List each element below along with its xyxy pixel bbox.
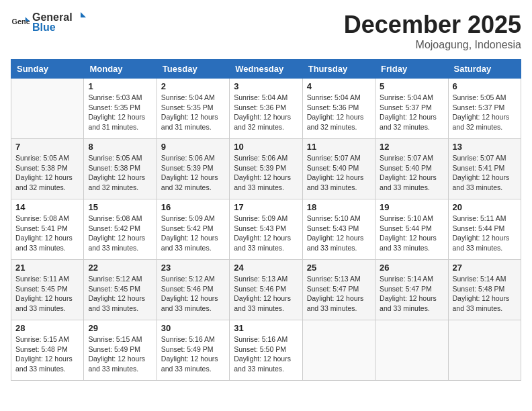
calendar-cell: 6Sunrise: 5:05 AM Sunset: 5:37 PM Daylig… bbox=[448, 79, 521, 139]
day-number: 28 bbox=[15, 323, 79, 333]
day-number: 16 bbox=[161, 202, 225, 212]
calendar-week-row: 28Sunrise: 5:15 AM Sunset: 5:48 PM Dayli… bbox=[11, 320, 521, 381]
page-header: General General Blue December 2025 Mojoa… bbox=[11, 11, 521, 51]
calendar-cell bbox=[448, 320, 521, 381]
day-number: 31 bbox=[234, 323, 298, 333]
calendar-cell: 8Sunrise: 5:05 AM Sunset: 5:38 PM Daylig… bbox=[84, 139, 157, 199]
logo: General General Blue bbox=[11, 11, 87, 34]
calendar-cell: 3Sunrise: 5:04 AM Sunset: 5:36 PM Daylig… bbox=[230, 79, 302, 139]
logo-icon: General bbox=[11, 13, 30, 32]
day-number: 20 bbox=[453, 202, 517, 212]
calendar-cell: 25Sunrise: 5:13 AM Sunset: 5:47 PM Dayli… bbox=[302, 260, 375, 320]
weekday-header: Monday bbox=[84, 60, 157, 79]
day-number: 13 bbox=[453, 142, 517, 152]
day-number: 12 bbox=[380, 142, 443, 152]
calendar-cell: 1Sunrise: 5:03 AM Sunset: 5:35 PM Daylig… bbox=[84, 79, 157, 139]
day-number: 17 bbox=[234, 202, 298, 212]
day-info: Sunrise: 5:04 AM Sunset: 5:36 PM Dayligh… bbox=[307, 93, 371, 132]
calendar-table: SundayMondayTuesdayWednesdayThursdayFrid… bbox=[11, 59, 521, 381]
day-number: 14 bbox=[15, 202, 79, 212]
svg-marker-2 bbox=[81, 12, 86, 17]
day-info: Sunrise: 5:07 AM Sunset: 5:40 PM Dayligh… bbox=[307, 153, 371, 193]
day-info: Sunrise: 5:16 AM Sunset: 5:50 PM Dayligh… bbox=[234, 334, 298, 374]
calendar-cell: 20Sunrise: 5:11 AM Sunset: 5:44 PM Dayli… bbox=[448, 199, 521, 260]
weekday-header: Friday bbox=[375, 60, 448, 79]
day-number: 3 bbox=[234, 81, 298, 91]
calendar-cell: 10Sunrise: 5:06 AM Sunset: 5:39 PM Dayli… bbox=[230, 139, 302, 199]
calendar-cell: 29Sunrise: 5:15 AM Sunset: 5:49 PM Dayli… bbox=[84, 320, 157, 381]
calendar-cell: 22Sunrise: 5:12 AM Sunset: 5:45 PM Dayli… bbox=[84, 260, 157, 320]
day-info: Sunrise: 5:12 AM Sunset: 5:46 PM Dayligh… bbox=[161, 274, 225, 314]
day-info: Sunrise: 5:14 AM Sunset: 5:47 PM Dayligh… bbox=[380, 274, 443, 314]
weekday-header: Thursday bbox=[302, 60, 375, 79]
day-info: Sunrise: 5:06 AM Sunset: 5:39 PM Dayligh… bbox=[234, 153, 298, 193]
day-number: 9 bbox=[161, 142, 225, 152]
calendar-cell: 31Sunrise: 5:16 AM Sunset: 5:50 PM Dayli… bbox=[230, 320, 302, 381]
day-info: Sunrise: 5:08 AM Sunset: 5:42 PM Dayligh… bbox=[88, 214, 152, 253]
calendar-cell: 24Sunrise: 5:13 AM Sunset: 5:46 PM Dayli… bbox=[230, 260, 302, 320]
day-info: Sunrise: 5:13 AM Sunset: 5:47 PM Dayligh… bbox=[307, 274, 371, 314]
day-info: Sunrise: 5:05 AM Sunset: 5:38 PM Dayligh… bbox=[88, 153, 152, 193]
day-number: 7 bbox=[15, 142, 79, 152]
calendar-cell: 17Sunrise: 5:09 AM Sunset: 5:43 PM Dayli… bbox=[230, 199, 302, 260]
calendar-cell: 5Sunrise: 5:04 AM Sunset: 5:37 PM Daylig… bbox=[375, 79, 448, 139]
calendar-cell: 2Sunrise: 5:04 AM Sunset: 5:35 PM Daylig… bbox=[157, 79, 229, 139]
day-info: Sunrise: 5:11 AM Sunset: 5:44 PM Dayligh… bbox=[453, 214, 517, 253]
day-number: 25 bbox=[307, 263, 371, 273]
day-info: Sunrise: 5:03 AM Sunset: 5:35 PM Dayligh… bbox=[88, 93, 152, 132]
day-number: 6 bbox=[453, 81, 517, 91]
day-number: 19 bbox=[380, 202, 443, 212]
day-info: Sunrise: 5:06 AM Sunset: 5:39 PM Dayligh… bbox=[161, 153, 225, 193]
day-info: Sunrise: 5:16 AM Sunset: 5:49 PM Dayligh… bbox=[161, 334, 225, 374]
calendar-cell: 4Sunrise: 5:04 AM Sunset: 5:36 PM Daylig… bbox=[302, 79, 375, 139]
calendar-week-row: 1Sunrise: 5:03 AM Sunset: 5:35 PM Daylig… bbox=[11, 79, 521, 139]
day-number: 8 bbox=[88, 142, 152, 152]
day-info: Sunrise: 5:04 AM Sunset: 5:36 PM Dayligh… bbox=[234, 93, 298, 132]
day-number: 11 bbox=[307, 142, 371, 152]
calendar-cell: 12Sunrise: 5:07 AM Sunset: 5:40 PM Dayli… bbox=[375, 139, 448, 199]
calendar-week-row: 14Sunrise: 5:08 AM Sunset: 5:41 PM Dayli… bbox=[11, 199, 521, 260]
day-info: Sunrise: 5:09 AM Sunset: 5:42 PM Dayligh… bbox=[161, 214, 225, 253]
calendar-body: 1Sunrise: 5:03 AM Sunset: 5:35 PM Daylig… bbox=[11, 79, 521, 381]
day-number: 27 bbox=[453, 263, 517, 273]
day-info: Sunrise: 5:05 AM Sunset: 5:37 PM Dayligh… bbox=[453, 93, 517, 132]
day-number: 21 bbox=[15, 263, 79, 273]
day-info: Sunrise: 5:10 AM Sunset: 5:43 PM Dayligh… bbox=[307, 214, 371, 253]
day-info: Sunrise: 5:05 AM Sunset: 5:38 PM Dayligh… bbox=[15, 153, 79, 193]
calendar-cell: 11Sunrise: 5:07 AM Sunset: 5:40 PM Dayli… bbox=[302, 139, 375, 199]
location-title: Mojoagung, Indonesia bbox=[344, 39, 521, 51]
day-info: Sunrise: 5:12 AM Sunset: 5:45 PM Dayligh… bbox=[88, 274, 152, 314]
day-number: 22 bbox=[88, 263, 152, 273]
day-info: Sunrise: 5:07 AM Sunset: 5:41 PM Dayligh… bbox=[453, 153, 517, 193]
day-info: Sunrise: 5:15 AM Sunset: 5:48 PM Dayligh… bbox=[15, 334, 79, 374]
calendar-cell: 28Sunrise: 5:15 AM Sunset: 5:48 PM Dayli… bbox=[11, 320, 84, 381]
calendar-cell bbox=[375, 320, 448, 381]
day-number: 29 bbox=[88, 323, 152, 333]
day-number: 2 bbox=[161, 81, 225, 91]
calendar-cell: 18Sunrise: 5:10 AM Sunset: 5:43 PM Dayli… bbox=[302, 199, 375, 260]
calendar-cell: 19Sunrise: 5:10 AM Sunset: 5:44 PM Dayli… bbox=[375, 199, 448, 260]
day-info: Sunrise: 5:08 AM Sunset: 5:41 PM Dayligh… bbox=[15, 214, 79, 253]
weekday-header: Tuesday bbox=[157, 60, 229, 79]
day-number: 24 bbox=[234, 263, 298, 273]
logo-chevron-icon bbox=[74, 11, 87, 24]
day-info: Sunrise: 5:04 AM Sunset: 5:37 PM Dayligh… bbox=[380, 93, 443, 132]
day-info: Sunrise: 5:10 AM Sunset: 5:44 PM Dayligh… bbox=[380, 214, 443, 253]
day-number: 15 bbox=[88, 202, 152, 212]
title-area: December 2025 Mojoagung, Indonesia bbox=[344, 11, 521, 51]
calendar-cell: 23Sunrise: 5:12 AM Sunset: 5:46 PM Dayli… bbox=[157, 260, 229, 320]
day-info: Sunrise: 5:13 AM Sunset: 5:46 PM Dayligh… bbox=[234, 274, 298, 314]
weekday-header: Wednesday bbox=[230, 60, 302, 79]
calendar-cell: 14Sunrise: 5:08 AM Sunset: 5:41 PM Dayli… bbox=[11, 199, 84, 260]
calendar-cell: 30Sunrise: 5:16 AM Sunset: 5:49 PM Dayli… bbox=[157, 320, 229, 381]
calendar-cell: 9Sunrise: 5:06 AM Sunset: 5:39 PM Daylig… bbox=[157, 139, 229, 199]
calendar-cell: 21Sunrise: 5:11 AM Sunset: 5:45 PM Dayli… bbox=[11, 260, 84, 320]
calendar-cell: 13Sunrise: 5:07 AM Sunset: 5:41 PM Dayli… bbox=[448, 139, 521, 199]
day-info: Sunrise: 5:15 AM Sunset: 5:49 PM Dayligh… bbox=[88, 334, 152, 374]
day-info: Sunrise: 5:04 AM Sunset: 5:35 PM Dayligh… bbox=[161, 93, 225, 132]
weekday-header: Sunday bbox=[11, 60, 84, 79]
month-title: December 2025 bbox=[344, 11, 521, 39]
calendar-cell: 7Sunrise: 5:05 AM Sunset: 5:38 PM Daylig… bbox=[11, 139, 84, 199]
day-number: 10 bbox=[234, 142, 298, 152]
weekday-header: Saturday bbox=[448, 60, 521, 79]
